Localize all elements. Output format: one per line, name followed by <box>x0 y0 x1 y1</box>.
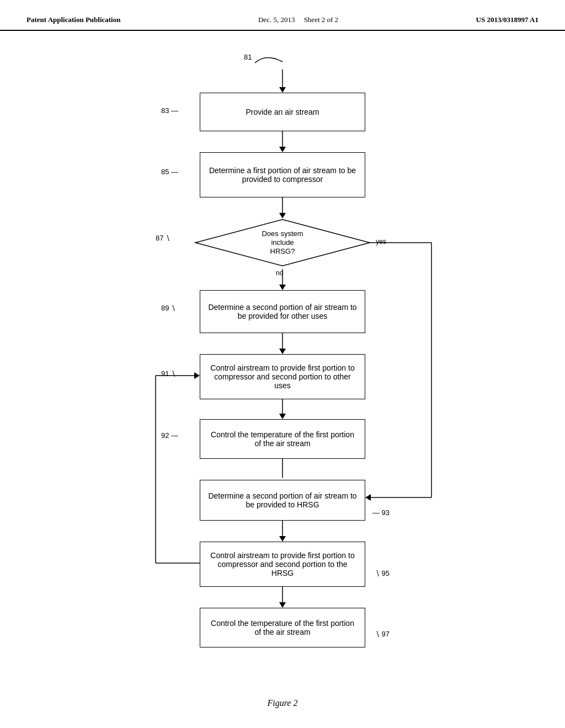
figure-caption: Figure 2 <box>33 698 532 708</box>
step-89-box: Determine a second portion of air stream… <box>200 290 365 333</box>
step-91-box: Control airstream to provide first porti… <box>200 354 365 399</box>
svg-marker-9 <box>279 349 286 354</box>
svg-marker-11 <box>279 414 286 419</box>
header-left: Patent Application Publication <box>26 15 120 24</box>
step-97-row: ∖ 97 Control the temperature of the firs… <box>200 608 365 647</box>
diamond-87-svg: Does system include HRSG? <box>194 218 371 267</box>
start-label: 81 <box>244 53 252 61</box>
svg-marker-20 <box>279 602 286 608</box>
step-89-row: 89 ∖ Determine a second portion of air s… <box>200 290 365 333</box>
step-93-label: — 93 <box>372 508 390 517</box>
step-83-label: 83 — <box>161 106 178 115</box>
step-91-row: 91 ∖ Control airstream to provide first … <box>200 354 365 399</box>
step-95-label: ∖ 95 <box>375 569 390 578</box>
svg-text:include: include <box>271 238 294 247</box>
header-right: US 2013/0318997 A1 <box>476 15 539 24</box>
step-83-row: 83 — Provide an air stream <box>200 93 365 131</box>
step-85-box: Determine a first portion of air stream … <box>200 152 365 197</box>
step-97-box: Control the temperature of the first por… <box>200 608 365 647</box>
step-87-row: 87 ∖ Does system include HRSG? yes no <box>194 218 371 267</box>
svg-marker-24 <box>194 372 200 379</box>
step-89-label: 89 ∖ <box>161 304 175 313</box>
yes-label: yes <box>376 238 386 245</box>
svg-marker-7 <box>279 285 286 290</box>
step-92-label: 92 — <box>161 431 178 440</box>
step-93-box: Determine a second portion of air stream… <box>200 480 365 521</box>
svg-marker-18 <box>279 536 286 542</box>
svg-marker-5 <box>279 213 286 218</box>
step-95-box: Control airstream to provide first porti… <box>200 542 365 587</box>
step-91-label: 91 ∖ <box>161 370 175 378</box>
step-92-box: Control the temperature of the first por… <box>200 419 365 459</box>
step-92-row: 92 — Control the temperature of the firs… <box>200 419 365 459</box>
page-header: Patent Application Publication Dec. 5, 2… <box>0 0 565 31</box>
header-center: Dec. 5, 2013 Sheet 2 of 2 <box>258 15 338 24</box>
step-83-box: Provide an air stream <box>200 93 365 131</box>
page-content: 81 83 — Provide an air stream 85 — Deter… <box>0 31 565 728</box>
step-85-row: 85 — Determine a first portion of air st… <box>200 152 365 197</box>
svg-marker-1 <box>279 87 286 93</box>
svg-text:HRSG?: HRSG? <box>270 247 295 255</box>
no-label: no <box>276 269 283 277</box>
svg-marker-3 <box>279 147 286 152</box>
step-95-row: ∖ 95 Control airstream to provide first … <box>200 542 365 587</box>
svg-marker-15 <box>365 494 371 501</box>
svg-text:Does system: Does system <box>262 229 303 238</box>
step-97-label: ∖ 97 <box>375 630 390 639</box>
step-87-label: 87 ∖ <box>156 234 170 243</box>
step-85-label: 85 — <box>161 168 178 176</box>
step-93-row: — 93 Determine a second portion of air s… <box>200 480 365 521</box>
